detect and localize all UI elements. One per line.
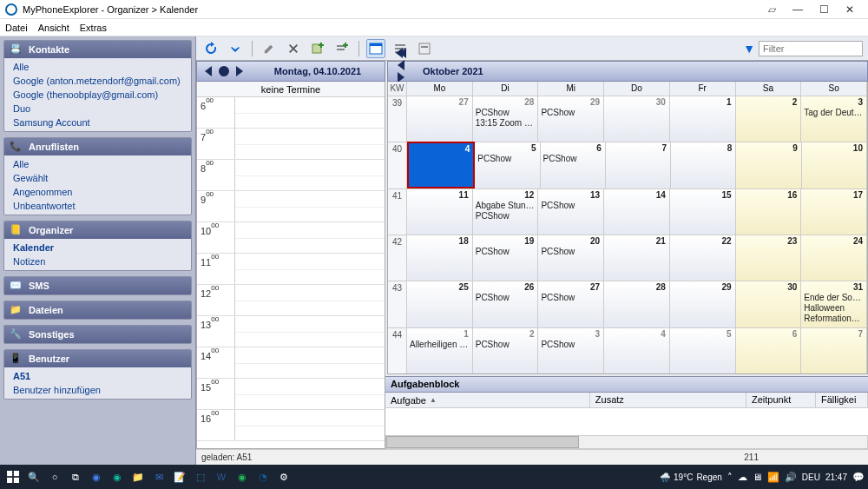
calendar-event[interactable]: PCShow (475, 154, 539, 164)
calendar-event[interactable]: Allerheiligen (re... (407, 340, 472, 350)
month-cell[interactable]: 26PCShow (473, 281, 539, 327)
tray-notifications-icon[interactable]: 💬 (852, 472, 865, 483)
menu-extras[interactable]: Extras (80, 23, 107, 33)
month-cell[interactable]: 7 (801, 327, 867, 373)
chrome-icon[interactable]: ◉ (87, 467, 106, 486)
tasks-col-task[interactable]: Aufgabe▲ (385, 393, 590, 407)
hours-list[interactable]: 6007008009001000110012001300140015001600 (197, 97, 385, 448)
sync-button[interactable] (201, 39, 220, 58)
month-cell[interactable]: 5 (670, 327, 736, 373)
month-cell[interactable]: 24 (801, 235, 867, 281)
month-cell[interactable]: 6 (736, 327, 802, 373)
month-cell[interactable]: 1Allerheiligen (re... (407, 327, 473, 373)
spotify-icon[interactable]: ◉ (233, 467, 252, 486)
tray-time[interactable]: 21:47 (825, 472, 847, 482)
month-cell[interactable]: 2 (736, 96, 802, 142)
tray-network-icon[interactable]: 🖥 (753, 472, 762, 482)
month-cell[interactable]: 25 (407, 281, 473, 327)
calendar-event[interactable]: PCShow (538, 293, 603, 303)
month-cell[interactable]: 20PCShow (538, 235, 604, 281)
section-user-head[interactable]: 📱 Benutzer (4, 350, 191, 367)
tasks-col-due[interactable]: Fälligkei (816, 393, 868, 407)
menu-file[interactable]: Datei (5, 23, 28, 33)
delete-button[interactable] (284, 39, 303, 58)
mpe-icon[interactable]: ◔ (253, 467, 273, 486)
sidebar-item[interactable]: Alle (4, 60, 191, 74)
edge-icon[interactable]: ◉ (108, 467, 127, 486)
restore-down-icon[interactable]: ▱ (759, 1, 785, 18)
calendar-event[interactable]: PCShow (473, 247, 538, 257)
start-button[interactable] (3, 467, 23, 486)
taskview-icon[interactable]: ⧉ (66, 467, 85, 486)
calendar-event[interactable]: Tag der Deutsch... (801, 108, 866, 118)
day-next-button[interactable] (233, 65, 246, 77)
month-cell[interactable]: 11 (407, 188, 473, 235)
calendar-event[interactable]: Ende der Somm... (801, 293, 866, 303)
month-cell[interactable]: 4 (604, 327, 670, 373)
weather-widget[interactable]: 🌧️ 19°C Regen (660, 472, 722, 482)
calendar-event[interactable]: PCShow (538, 340, 603, 350)
edit-button[interactable] (260, 39, 279, 58)
cortana-icon[interactable]: ○ (45, 467, 64, 486)
tasks-hscroll[interactable] (385, 435, 868, 449)
filter-input[interactable] (759, 41, 863, 56)
hour-row[interactable]: 1500 (197, 379, 385, 410)
sidebar-item[interactable]: Unbeantwortet (4, 199, 191, 213)
sidebar-item[interactable]: Gewählt (4, 171, 191, 185)
settings-icon[interactable]: ⚙ (274, 467, 293, 486)
sidebar-item[interactable]: Notizen (4, 254, 191, 268)
month-cell[interactable]: 23 (736, 235, 802, 281)
month-cell[interactable]: 17 (801, 188, 867, 235)
tray-volume-icon[interactable]: 🔊 (785, 472, 797, 483)
hour-row[interactable]: 700 (197, 129, 385, 160)
tray-lang[interactable]: DEU (802, 472, 820, 482)
calendar-event[interactable]: PCShow (538, 247, 603, 257)
vscode-icon[interactable]: ⬚ (191, 467, 210, 486)
close-button[interactable]: ✕ (837, 1, 863, 18)
sidebar-item[interactable]: Duo (4, 102, 191, 116)
hour-row[interactable]: 1100 (197, 254, 385, 285)
calendar-event[interactable]: Reformationsta... (801, 314, 866, 324)
month-cell[interactable]: 10 (802, 142, 867, 188)
explorer-icon[interactable]: 📁 (128, 467, 148, 486)
month-cell[interactable]: 19PCShow (473, 235, 539, 281)
month-cell[interactable]: 29 (670, 281, 736, 327)
month-cell[interactable]: 6PCShow (541, 142, 606, 188)
menu-view[interactable]: Ansicht (38, 23, 69, 33)
month-cell[interactable]: 30 (736, 281, 802, 327)
day-today-button[interactable] (218, 65, 230, 77)
month-cell[interactable]: 28PCShow13:15 Zoom Leh... (473, 96, 539, 142)
month-cell[interactable]: 12Abgabe Stunde...PCShow (473, 188, 539, 235)
month-cell[interactable]: 16 (736, 188, 802, 235)
sidebar-item[interactable]: Google (thenoobplay@gmail.com) (4, 88, 191, 102)
month-cell[interactable]: 13PCShow (538, 188, 604, 235)
sidebar-item[interactable]: A51 (4, 369, 191, 383)
month-cell[interactable]: 30 (604, 96, 670, 142)
hour-row[interactable]: 900 (197, 191, 385, 222)
month-cell[interactable]: 8 (671, 142, 736, 188)
month-cell[interactable]: 27 (407, 96, 473, 142)
view-tasks-button[interactable] (415, 39, 434, 58)
month-cell[interactable]: 21 (604, 235, 670, 281)
notepad-icon[interactable]: 📝 (170, 467, 189, 486)
calendar-event[interactable]: PCShow (538, 201, 603, 211)
calendar-event[interactable]: PCShow (541, 154, 605, 164)
filter-icon[interactable]: ▼ (743, 42, 755, 56)
month-cell[interactable]: 9 (736, 142, 801, 188)
month-cell[interactable]: 3PCShow (538, 327, 604, 373)
month-cell[interactable]: 5PCShow (475, 142, 540, 188)
hour-row[interactable]: 600 (197, 97, 385, 129)
tray-chevron-icon[interactable]: ˄ (727, 472, 733, 483)
sidebar-item[interactable]: Kalender (4, 241, 191, 254)
tasks-body[interactable] (385, 408, 868, 435)
tasks-col-extra[interactable]: Zusatz (590, 393, 746, 407)
month-cell[interactable]: 3Tag der Deutsch... (801, 96, 867, 142)
hour-row[interactable]: 800 (197, 160, 385, 191)
hour-row[interactable]: 1600 (197, 410, 385, 441)
calendar-event[interactable]: PCShow (473, 293, 538, 303)
calendar-event[interactable]: Abgabe Stunde... (473, 201, 538, 211)
month-cell[interactable]: 14 (604, 188, 670, 235)
section-sms-head[interactable]: ✉️ SMS (4, 277, 191, 294)
month-prev-button[interactable] (395, 59, 407, 71)
sidebar-item[interactable]: Samsung Account (4, 116, 191, 129)
